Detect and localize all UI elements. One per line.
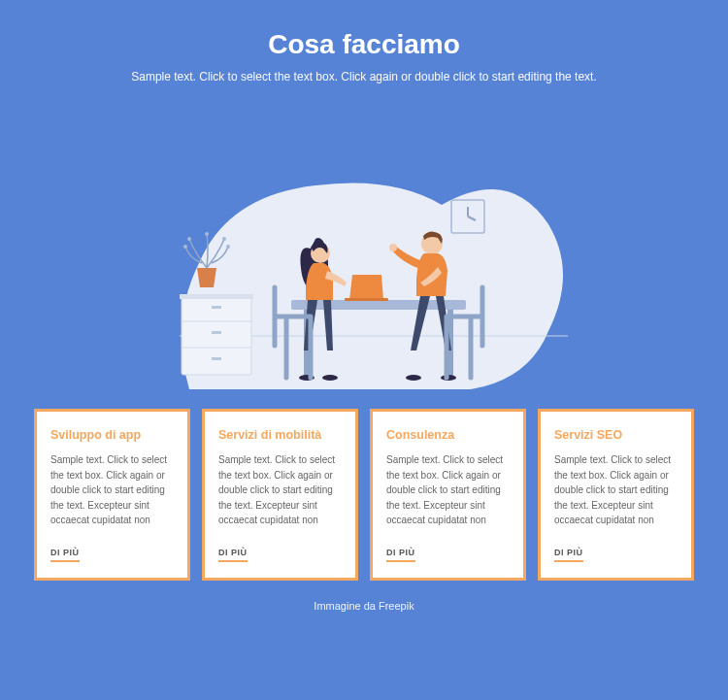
card-link[interactable]: DI PIÙ	[386, 548, 415, 562]
card-consulenza: Consulenza Sample text. Click to select …	[370, 409, 526, 581]
svg-point-8	[226, 245, 230, 249]
svg-rect-12	[212, 306, 221, 309]
card-link[interactable]: DI PIÙ	[554, 548, 583, 562]
svg-point-5	[222, 237, 226, 241]
footer-credit: Immagine da Freepik	[34, 600, 694, 612]
card-title[interactable]: Consulenza	[386, 427, 510, 443]
card-body[interactable]: Sample text. Click to select the text bo…	[218, 452, 342, 528]
card-body[interactable]: Sample text. Click to select the text bo…	[554, 452, 678, 528]
card-link[interactable]: DI PIÙ	[218, 548, 248, 562]
svg-point-24	[389, 244, 397, 251]
svg-point-4	[187, 237, 191, 241]
header: Cosa facciamo Sample text. Click to sele…	[34, 29, 694, 83]
svg-rect-19	[345, 298, 388, 301]
card-servizi-mobilita: Servizi di mobilità Sample text. Click t…	[202, 409, 358, 581]
svg-point-22	[322, 375, 338, 381]
hero-illustration	[34, 98, 694, 389]
card-body[interactable]: Sample text. Click to select the text bo…	[50, 452, 174, 528]
card-title[interactable]: Sviluppo di app	[50, 427, 174, 443]
page-subtitle[interactable]: Sample text. Click to select the text bo…	[34, 70, 694, 83]
card-sviluppo-app: Sviluppo di app Sample text. Click to se…	[34, 409, 190, 581]
card-body[interactable]: Sample text. Click to select the text bo…	[386, 452, 510, 528]
svg-rect-15	[180, 294, 253, 299]
page-title[interactable]: Cosa facciamo	[34, 29, 694, 60]
svg-rect-13	[212, 331, 221, 334]
card-servizi-seo: Servizi SEO Sample text. Click to select…	[538, 409, 694, 581]
svg-point-7	[183, 245, 187, 249]
svg-point-6	[205, 232, 209, 236]
svg-rect-14	[212, 357, 221, 360]
cards-row: Sviluppo di app Sample text. Click to se…	[34, 409, 694, 581]
card-title[interactable]: Servizi SEO	[554, 427, 678, 443]
card-link[interactable]: DI PIÙ	[50, 548, 80, 562]
card-title[interactable]: Servizi di mobilità	[218, 427, 342, 443]
svg-point-25	[406, 375, 421, 381]
